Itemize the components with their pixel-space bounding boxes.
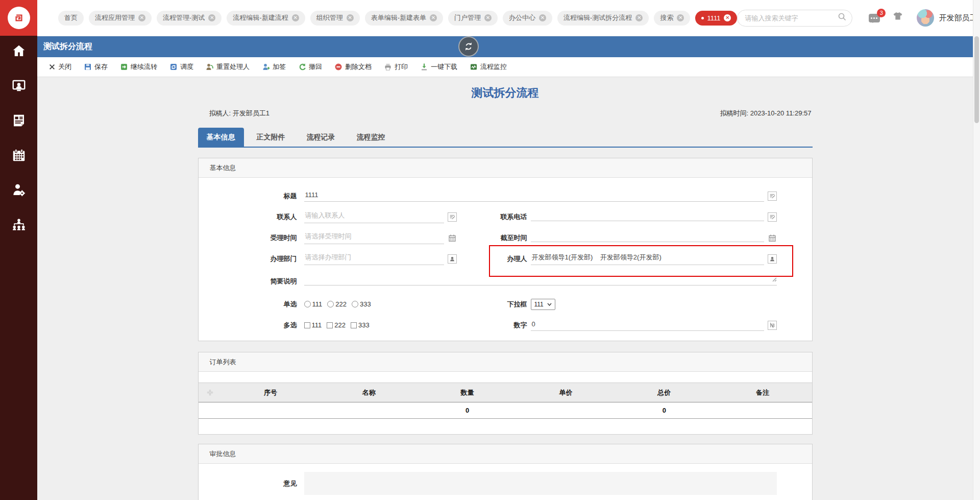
tab-chip[interactable]: 流程应用管理✕ xyxy=(89,11,152,26)
summary-textarea[interactable] xyxy=(304,277,777,285)
opinion-textarea[interactable] xyxy=(304,472,777,495)
number-field: 0 xyxy=(531,320,777,331)
checkbox-option-333[interactable]: 333 xyxy=(351,321,370,329)
toolbar-button-reset-handler[interactable]: 重置处理人 xyxy=(206,62,250,72)
avatar[interactable] xyxy=(917,9,934,27)
tab-process-record[interactable]: 流程记录 xyxy=(298,128,344,147)
toolbar-button-label: 保存 xyxy=(94,62,108,72)
resize-handle-icon[interactable] xyxy=(772,277,777,283)
app-logo[interactable] xyxy=(0,0,37,36)
close-icon[interactable]: ✕ xyxy=(677,14,684,21)
order-list-panel: 订单列表 序号 名称 数量 单价 总价 备注 0 0 xyxy=(198,352,813,435)
handler-input[interactable]: 开发部领导1(开发部) 开发部领导2(开发部) xyxy=(531,252,764,265)
edit-icon xyxy=(768,192,777,201)
draft-time-label: 拟稿时间: xyxy=(720,109,749,117)
sidebar xyxy=(0,0,37,500)
scrollbar[interactable] xyxy=(973,0,980,500)
tab-chip-home[interactable]: 首页 xyxy=(58,11,84,26)
form-icon[interactable] xyxy=(11,113,27,128)
close-icon[interactable]: ✕ xyxy=(484,14,492,21)
radio-icon xyxy=(327,301,334,307)
close-icon[interactable]: ✕ xyxy=(138,14,145,21)
radio-option-333[interactable]: 333 xyxy=(352,300,371,308)
field-label-checkbox: 多选 xyxy=(199,321,297,330)
search-input[interactable] xyxy=(745,14,838,22)
toolbar-button-download[interactable]: 一键下载 xyxy=(420,62,457,72)
global-search[interactable] xyxy=(737,10,852,27)
tab-body-attachments[interactable]: 正文附件 xyxy=(248,128,294,147)
add-row-button[interactable] xyxy=(199,389,222,396)
close-icon[interactable]: ✕ xyxy=(635,14,643,21)
phone-input[interactable] xyxy=(531,213,764,221)
close-icon[interactable]: ✕ xyxy=(539,14,546,21)
tab-chip-label: 表单编辑-新建表单 xyxy=(371,13,426,22)
tab-chip[interactable]: 流程编辑-新建流程✕ xyxy=(227,11,305,26)
radio-option-222[interactable]: 222 xyxy=(327,300,347,308)
title-input[interactable]: 1111 xyxy=(304,191,764,202)
toolbar-button-print[interactable]: 打印 xyxy=(384,62,408,72)
search-icon[interactable] xyxy=(838,12,847,23)
dropdown-select[interactable]: 111 xyxy=(531,299,555,310)
field-label-dept: 办理部门 xyxy=(199,254,297,264)
tab-chip[interactable]: 搜索✕ xyxy=(654,11,690,26)
person-icon[interactable] xyxy=(448,254,457,264)
toolbar-button-monitor[interactable]: 流程监控 xyxy=(470,62,507,72)
order-list-panel-title: 订单列表 xyxy=(199,352,812,372)
radio-option-111[interactable]: 111 xyxy=(304,300,323,308)
tab-chip[interactable]: 组织管理✕ xyxy=(310,11,360,26)
refresh-button[interactable] xyxy=(458,36,479,57)
tab-chip[interactable]: 表单编辑-新建表单✕ xyxy=(365,11,443,26)
checkbox-option-222[interactable]: 222 xyxy=(327,321,346,329)
theme-skin-button[interactable] xyxy=(892,12,903,24)
close-icon[interactable]: ✕ xyxy=(208,14,215,21)
home-icon[interactable] xyxy=(11,43,27,59)
calendar-icon[interactable] xyxy=(768,233,777,243)
checkbox-option-111[interactable]: 111 xyxy=(304,321,322,329)
tab-chip-active[interactable]: 1111✕ xyxy=(695,11,737,26)
toolbar-button-add-sign[interactable]: 加签 xyxy=(262,62,286,72)
accept-time-input[interactable]: 请选择受理时间 xyxy=(304,231,444,244)
toolbar-button-label: 调度 xyxy=(180,62,193,72)
form-row-contact: 联系人 请输入联系人 联系电话 xyxy=(199,206,812,227)
approval-panel: 审批信息 意见 xyxy=(198,444,813,500)
calendar-icon[interactable] xyxy=(448,233,457,243)
toolbar-button-continue-flow[interactable]: 继续流转 xyxy=(120,62,157,72)
org-chart-icon[interactable] xyxy=(11,217,27,232)
tab-chip[interactable]: 办公中心✕ xyxy=(503,11,552,26)
toolbar-button-save[interactable]: 保存 xyxy=(84,62,108,72)
message-badge: 3 xyxy=(877,9,886,17)
tab-chip[interactable]: 门户管理✕ xyxy=(448,11,498,26)
tab-chip[interactable]: 流程管理-测试✕ xyxy=(157,11,222,26)
toolbar-button-withdraw[interactable]: 撤回 xyxy=(298,62,322,72)
tab-basic-info[interactable]: 基本信息 xyxy=(198,128,244,147)
user-monitor-icon[interactable] xyxy=(11,78,27,93)
tab-process-monitor[interactable]: 流程监控 xyxy=(348,128,394,147)
tab-chip[interactable]: 流程编辑-测试拆分流程✕ xyxy=(557,11,649,26)
close-icon[interactable]: ✕ xyxy=(292,14,299,21)
close-icon[interactable]: ✕ xyxy=(347,14,354,21)
toolbar-button-close[interactable]: 关闭 xyxy=(48,62,71,72)
form-row-opinion: 意见 xyxy=(199,472,812,495)
person-icon[interactable] xyxy=(768,254,777,264)
toolbar-button-dispatch[interactable]: 调度 xyxy=(169,62,193,72)
contact-input[interactable]: 请输入联系人 xyxy=(304,210,444,223)
scrollbar-thumb[interactable] xyxy=(974,36,979,123)
number-input[interactable]: 0 xyxy=(531,320,764,331)
dept-input[interactable]: 请选择办理部门 xyxy=(304,252,444,265)
field-label-radio: 单选 xyxy=(199,300,297,309)
deadline-input[interactable] xyxy=(531,234,764,242)
calendar-icon[interactable] xyxy=(11,148,27,163)
messages-button[interactable]: 3 xyxy=(869,14,880,22)
field-label-accept-time: 受理时间 xyxy=(199,233,297,243)
close-icon[interactable]: ✕ xyxy=(724,14,731,21)
edit-icon xyxy=(768,212,777,222)
plus-icon xyxy=(206,389,214,396)
close-icon[interactable]: ✕ xyxy=(430,14,437,21)
form-row-checkbox: 多选 111 222 333 数字 0 xyxy=(199,315,812,336)
draft-time-info: 拟稿时间: 2023-10-20 11:29:57 xyxy=(720,109,812,118)
contact-field: 请输入联系人 xyxy=(304,210,457,223)
user-settings-icon[interactable] xyxy=(11,182,27,198)
checkbox-group: 111 222 333 xyxy=(304,321,457,329)
toolbar-button-delete-doc[interactable]: 删除文档 xyxy=(334,62,372,72)
monitor-icon xyxy=(470,63,478,71)
